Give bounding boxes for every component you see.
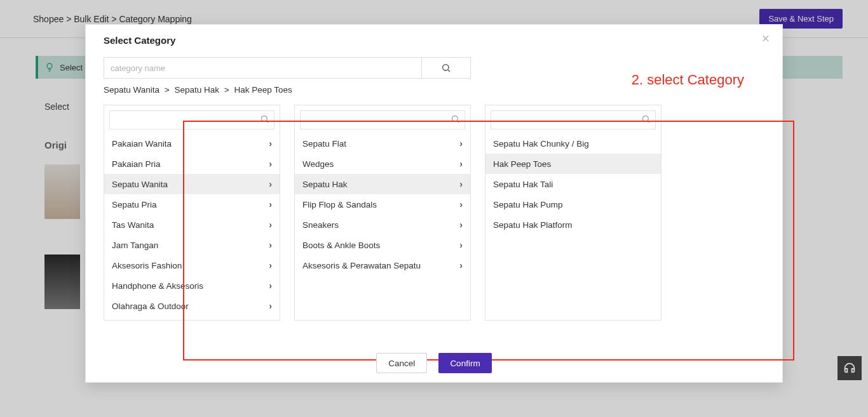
chevron-right-icon: › <box>269 260 272 270</box>
chevron-right-icon: › <box>269 199 272 209</box>
modal-title: Select Category <box>104 35 764 46</box>
search-icon <box>451 114 460 124</box>
chevron-right-icon: › <box>269 159 272 169</box>
category-item[interactable]: Wedges› <box>295 154 470 174</box>
path-part-2: Sepatu Hak <box>174 85 219 95</box>
confirm-button[interactable]: Confirm <box>438 353 491 373</box>
category-item[interactable]: Olahraga & Outdoor› <box>104 296 280 316</box>
chevron-right-icon: › <box>269 220 272 230</box>
category-list[interactable]: Sepatu Flat›Wedges›Sepatu Hak›Flip Flop … <box>295 133 470 320</box>
search-icon <box>441 63 451 73</box>
category-item-label: Aksesoris & Perawatan Sepatu <box>302 261 421 270</box>
category-item[interactable]: Sepatu Flat› <box>295 133 470 154</box>
category-column-3: Sepatu Hak Chunky / BigHak Peep ToesSepa… <box>485 105 661 321</box>
category-item-label: Handphone & Aksesoris <box>112 281 203 291</box>
category-item[interactable]: Sepatu Hak› <box>295 174 470 194</box>
category-search-input[interactable] <box>104 57 421 79</box>
category-item[interactable]: Pakaian Wanita› <box>104 133 280 154</box>
chevron-right-icon: › <box>459 138 463 149</box>
category-item-label: Sepatu Pria <box>112 200 157 209</box>
modal-footer: Cancel Confirm <box>86 353 782 373</box>
category-item[interactable]: Sepatu Hak Pump <box>485 194 661 215</box>
category-item[interactable]: Sneakers› <box>295 215 470 235</box>
category-item-label: Sneakers <box>302 220 339 230</box>
category-item-label: Sepatu Hak Platform <box>493 220 573 230</box>
category-columns: Pakaian Wanita›Pakaian Pria›Sepatu Wanit… <box>104 105 764 321</box>
category-column-1: Pakaian Wanita›Pakaian Pria›Sepatu Wanit… <box>104 105 280 321</box>
category-item-label: Pakaian Wanita <box>112 139 172 149</box>
category-item-label: Boots & Ankle Boots <box>302 241 380 250</box>
path-part-3: Hak Peep Toes <box>234 85 292 95</box>
category-item-label: Olahraga & Outdoor <box>112 301 189 311</box>
column-search-input[interactable] <box>300 110 465 129</box>
svg-point-1 <box>443 65 449 70</box>
category-item-label: Sepatu Hak Tali <box>493 180 553 189</box>
chevron-right-icon: › <box>459 199 463 209</box>
category-item-label: Flip Flop & Sandals <box>302 200 377 209</box>
annotation-label: 2. select Category <box>632 72 744 88</box>
category-list[interactable]: Pakaian Wanita›Pakaian Pria›Sepatu Wanit… <box>104 133 280 320</box>
chevron-right-icon: › <box>459 260 463 270</box>
category-search-button[interactable] <box>421 57 471 79</box>
chevron-right-icon: › <box>269 240 272 250</box>
category-item-label: Pakaian Pria <box>112 159 161 169</box>
close-icon[interactable]: × <box>758 31 773 46</box>
path-sep: > <box>224 85 229 95</box>
category-item[interactable]: Boots & Ankle Boots› <box>295 235 470 255</box>
category-item-label: Jam Tangan <box>112 241 158 250</box>
svg-point-4 <box>643 116 649 122</box>
category-item-label: Tas Wanita <box>112 220 154 230</box>
category-item-label: Sepatu Hak Chunky / Big <box>493 139 589 149</box>
category-item[interactable]: Hobi & Koleksi› <box>104 316 280 320</box>
category-item[interactable]: Handphone & Aksesoris› <box>104 275 280 296</box>
category-item-label: Sepatu Hak <box>302 180 348 189</box>
category-item[interactable]: Sepatu Hak Chunky / Big <box>485 133 661 154</box>
category-item[interactable]: Hak Peep Toes <box>485 154 661 174</box>
category-item[interactable]: Sepatu Hak Platform <box>485 215 661 235</box>
category-item[interactable]: Aksesoris Fashion› <box>104 255 280 275</box>
category-column-2: Sepatu Flat›Wedges›Sepatu Hak›Flip Flop … <box>294 105 471 321</box>
column-search-input[interactable] <box>491 110 656 129</box>
path-sep: > <box>165 85 170 95</box>
chevron-right-icon: › <box>459 179 463 189</box>
svg-point-3 <box>452 116 458 122</box>
chevron-right-icon: › <box>459 240 463 250</box>
category-item-label: Aksesoris Fashion <box>112 261 182 270</box>
category-item[interactable]: Pakaian Pria› <box>104 154 280 174</box>
category-item[interactable]: Sepatu Hak Tali <box>485 174 661 194</box>
category-item-label: Wedges <box>302 159 334 169</box>
search-icon <box>260 114 269 124</box>
category-item-label: Hak Peep Toes <box>493 159 551 169</box>
category-list[interactable]: Sepatu Hak Chunky / BigHak Peep ToesSepa… <box>485 133 661 320</box>
chevron-right-icon: › <box>269 281 272 291</box>
category-item[interactable]: Jam Tangan› <box>104 235 280 255</box>
cancel-button[interactable]: Cancel <box>376 353 427 373</box>
svg-point-2 <box>262 116 268 122</box>
chat-widget[interactable] <box>837 356 862 380</box>
chevron-right-icon: › <box>269 179 272 189</box>
category-item-label: Sepatu Flat <box>302 139 346 149</box>
headset-icon <box>843 361 857 375</box>
category-item-label: Sepatu Hak Pump <box>493 200 563 209</box>
category-item[interactable]: Sepatu Pria› <box>104 194 280 215</box>
chevron-right-icon: › <box>269 301 272 311</box>
chevron-right-icon: › <box>459 159 463 169</box>
select-category-modal: Select Category × Sepatu Wanita > Sepatu… <box>85 24 783 383</box>
chevron-right-icon: › <box>269 138 272 149</box>
category-item[interactable]: Sepatu Wanita› <box>104 174 280 194</box>
category-item-label: Sepatu Wanita <box>112 180 168 189</box>
path-part-1: Sepatu Wanita <box>104 85 159 95</box>
category-item[interactable]: Flip Flop & Sandals› <box>295 194 470 215</box>
column-search-input[interactable] <box>109 110 275 129</box>
search-icon <box>641 114 651 124</box>
category-item[interactable]: Tas Wanita› <box>104 215 280 235</box>
category-item[interactable]: Aksesoris & Perawatan Sepatu› <box>295 255 470 275</box>
chevron-right-icon: › <box>459 220 463 230</box>
